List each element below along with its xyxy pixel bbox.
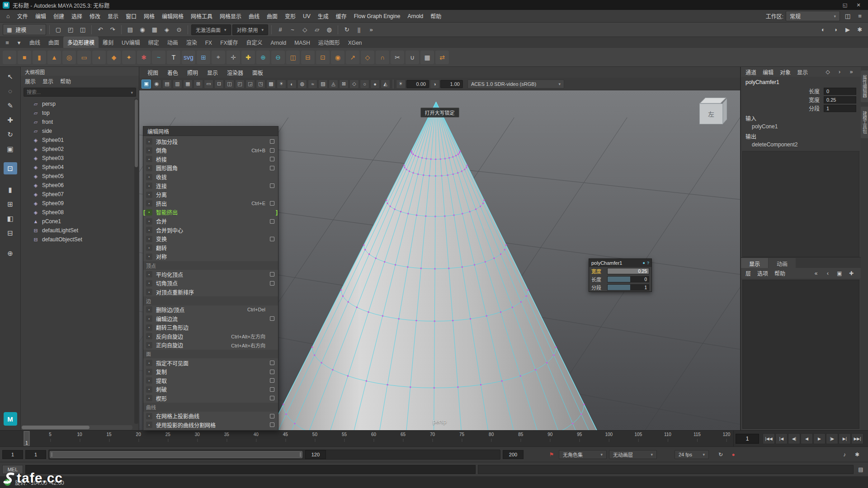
menu-item-0[interactable]: ▪添加分段 [143,137,278,146]
command-input[interactable] [25,465,476,474]
shelf-tab-7[interactable]: 渲染 [182,37,201,48]
bridge-icon[interactable]: ∩ [376,51,389,64]
image-plane-icon[interactable]: ▦ [183,80,193,89]
outliner-menu-2[interactable]: 帮助 [60,77,71,85]
option-box[interactable] [270,361,274,365]
menubar-item-15[interactable]: 生成 [314,10,332,22]
manip-off-icon[interactable]: ◇ [823,67,833,76]
menubar-item-19[interactable]: 帮助 [427,10,445,22]
menu-item-29[interactable]: ▪楔形 [143,394,278,403]
channel-box-menu-1[interactable]: 编辑 [763,68,774,76]
option-box[interactable] [270,387,274,392]
option-box[interactable] [270,396,274,400]
shelf-tab-12[interactable]: MASH [290,38,314,48]
range-slider-handle[interactable] [50,451,302,458]
input-node-polyCone1[interactable]: polyCone1 [741,122,861,131]
playback-loop-icon[interactable]: ↻ [716,450,726,459]
menubar-item-5[interactable]: 显示 [104,10,122,22]
menubar-item-17[interactable]: Flow Graph Engine [350,11,404,21]
move-layer-down-icon[interactable]: ‹ [823,269,833,278]
outliner-item-persp[interactable]: ▱persp [21,99,139,108]
channel-box-menu-0[interactable]: 通道 [745,68,756,76]
gate-mask-icon[interactable]: ◫ [225,80,234,89]
shelf-tab-6[interactable]: 动画 [163,37,182,48]
script-editor-icon[interactable]: ▤ [856,465,866,474]
step-forward-frame-icon[interactable]: |▶ [826,433,838,444]
next-key-icon[interactable]: ▶| [839,433,851,444]
option-box[interactable] [270,414,274,418]
menu-item-13[interactable]: ▪对称 [143,252,278,261]
search-input[interactable] [27,89,129,95]
outliner-item-side[interactable]: ▱side [21,127,139,136]
menu-item-28[interactable]: ▪刺破 [143,385,278,394]
multisample-aa-icon[interactable]: ▨ [318,80,328,89]
option-box[interactable] [270,183,274,188]
snap-grid-icon[interactable]: # [275,24,286,35]
timeline-ticks[interactable]: 1 51015202530354045505560657075808590951… [21,431,732,446]
character-set-dropdown[interactable]: 无角色集 [559,450,607,459]
layer-menu-0[interactable]: 层 [745,269,751,277]
shelf-tab-9[interactable]: FX缓存 [216,37,242,48]
textured-display-icon[interactable]: ● [370,80,380,89]
make-live-icon[interactable]: ◍ [324,24,335,35]
context-menu-title[interactable]: 编辑网格 [143,127,278,136]
animation-start-field[interactable]: 1 [2,450,23,459]
boolean-intersection-icon[interactable]: ⊡ [316,51,330,64]
paint-select-tool-icon[interactable]: ✎ [4,99,17,112]
viewport-menu-5[interactable]: 面板 [248,67,267,78]
xray-icon[interactable]: ⊠ [339,80,349,89]
viewcube-top-face[interactable] [700,98,726,103]
free-point-icon[interactable]: ✛ [226,51,240,64]
menubar-item-8[interactable]: 编辑网格 [158,10,187,22]
save-scene-icon[interactable]: ◫ [77,24,88,35]
menu-item-26[interactable]: ▪复制 [143,367,278,376]
time-slider[interactable]: 1 51015202530354045505560657075808590951… [0,430,868,446]
shelf-menu-icon[interactable]: ≡ [2,37,13,48]
auto-keyframe-icon[interactable]: ● [728,450,738,459]
resolution-gate-icon[interactable]: ⊡ [214,80,224,89]
mirror-geometry-icon[interactable]: ⇄ [435,51,449,64]
film-gate-icon[interactable]: ▭ [204,80,213,89]
playback-end-field[interactable]: 120 [305,450,326,459]
hud-attr-value[interactable]: 0.25 [607,268,649,274]
shelf-tab-14[interactable]: XGen [344,38,366,48]
ambient-occlusion-icon[interactable]: ◍ [297,80,307,89]
polychamfer-hud[interactable]: polyChamfer1 ●? 宽度0.25长度0分段1 [589,258,652,292]
menu-item-8[interactable]: ▪智能挤出 [143,208,278,217]
layout-hypershade-icon[interactable]: ⊟ [4,227,17,239]
layer-list[interactable] [742,280,859,429]
menubar-item-11[interactable]: 曲线 [245,10,263,22]
poly-cube-icon[interactable]: ■ [18,51,31,64]
outliner-scrollbar[interactable] [134,99,138,424]
outliner-item-pCone1[interactable]: ▲pCone1 [21,217,139,226]
exposure-field[interactable]: 0.00 [406,80,429,88]
redo-icon[interactable]: ↷ [107,24,118,35]
snap-curve-icon[interactable]: ~ [287,24,298,35]
play-backward-icon[interactable]: ◀ [801,433,813,444]
shelf-options-icon[interactable]: ▾ [14,37,24,48]
menubar-item-9[interactable]: 网格工具 [187,10,216,22]
option-box[interactable] [270,370,274,374]
scale-tool-icon[interactable]: ▣ [4,143,17,155]
select-component-icon[interactable]: ▦ [149,24,160,35]
layout-persp-outliner-icon[interactable]: ◧ [4,212,17,225]
poly-sphere-icon[interactable]: ● [3,51,16,64]
menu-item-4[interactable]: ▪收拢 [143,173,278,182]
curve-tool-icon[interactable]: ~ [152,51,165,64]
outliner-item-top[interactable]: ▱top [21,108,139,117]
select-tool-icon[interactable]: ↖ [4,70,17,83]
hud-row-2[interactable]: 分段1 [589,283,651,291]
option-box[interactable] [270,281,274,286]
viewport-menu-1[interactable]: 着色 [163,67,182,78]
open-scene-icon[interactable]: ◰ [65,24,76,35]
view-cube[interactable]: 左 [697,98,728,127]
shelf-tab-10[interactable]: 自定义 [242,37,266,48]
menu-item-17[interactable]: ▪对顶点重新排序 [143,288,278,297]
animation-end-field[interactable]: 200 [503,450,524,459]
mute-audio-icon[interactable]: ♪ [840,450,849,459]
separate-icon[interactable]: ⊖ [271,51,285,64]
option-box[interactable] [270,201,274,206]
menu-item-6[interactable]: ▪分离 [143,190,278,199]
output-node-deleteComponent2[interactable]: deleteComponent2 [741,141,861,149]
outliner-menu-1[interactable]: 显示 [42,77,53,85]
